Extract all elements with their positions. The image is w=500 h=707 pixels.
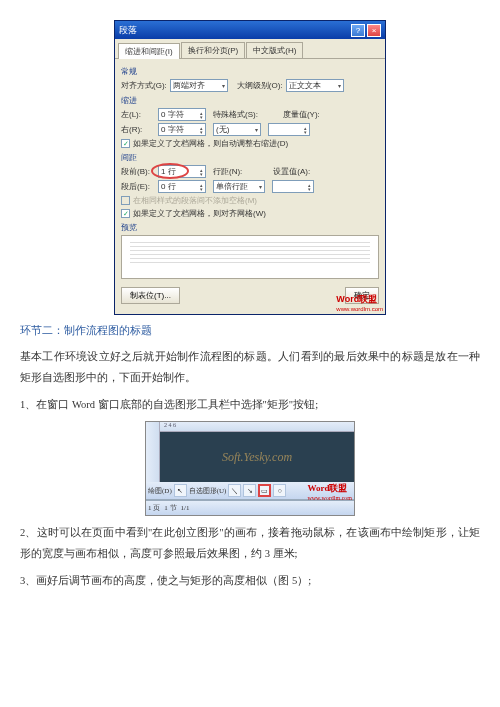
- paragraph: 基本工作环境设立好之后就开始制作流程图的标题。人们看到的最后效果中的标题是放在一…: [20, 346, 480, 388]
- soft-watermark: Soft.Yesky.com: [222, 450, 292, 465]
- chevron-down-icon: ▾: [222, 82, 225, 89]
- dialog-tabs: 缩进和间距(I) 换行和分页(P) 中文版式(H): [115, 39, 385, 59]
- snap-grid-label: 如果定义了文档网格，则对齐网格(W): [133, 208, 266, 219]
- paragraph-dialog: 段落 ? × 缩进和间距(I) 换行和分页(P) 中文版式(H) 常规 对齐方式…: [114, 20, 386, 315]
- snap-grid-checkbox[interactable]: ✓: [121, 209, 130, 218]
- tab-line-page[interactable]: 换行和分页(P): [181, 42, 246, 58]
- spacing-val-label: 设置值(A):: [273, 166, 310, 177]
- dialog-titlebar: 段落 ? ×: [115, 21, 385, 39]
- indent-right-spinner[interactable]: 0 字符▴▾: [158, 123, 206, 136]
- line-icon[interactable]: ＼: [228, 484, 241, 497]
- special-val-spinner[interactable]: ▴▾: [268, 123, 310, 136]
- after-label: 段后(E):: [121, 181, 155, 192]
- special-val-label: 度量值(Y):: [283, 109, 320, 120]
- section-indent: 缩进: [121, 95, 379, 106]
- arrow-icon[interactable]: ↘: [243, 484, 256, 497]
- special-combo[interactable]: (无)▾: [213, 123, 261, 136]
- paragraph: 1、在窗口 Word 窗口底部的自选图形工具栏中选择"矩形"按钮;: [20, 394, 480, 415]
- spacing-after-spinner[interactable]: 0 行▴▾: [158, 180, 206, 193]
- status-pageof: 1/1: [181, 504, 190, 512]
- pointer-icon[interactable]: ↖: [174, 484, 187, 497]
- autoshapes-menu[interactable]: 自选图形(U): [189, 486, 227, 496]
- tab-asian[interactable]: 中文版式(H): [246, 42, 303, 58]
- line-spacing-combo[interactable]: 单倍行距▾: [213, 180, 265, 193]
- status-section: 1 节: [164, 503, 176, 513]
- canvas-area: Soft.Yesky.com: [160, 432, 354, 482]
- oval-icon[interactable]: ○: [273, 484, 286, 497]
- alignment-label: 对齐方式(G):: [121, 80, 167, 91]
- tabstop-button[interactable]: 制表位(T)...: [121, 287, 180, 304]
- outline-label: 大纲级别(O):: [237, 80, 283, 91]
- section-preview: 预览: [121, 222, 379, 233]
- chevron-down-icon: ▾: [255, 126, 258, 133]
- tab-indent-spacing[interactable]: 缩进和间距(I): [118, 43, 180, 59]
- line-spacing-label: 行距(N):: [213, 166, 242, 177]
- dialog-body: 常规 对齐方式(G): 两端对齐▾ 大纲级别(O): 正文文本▾ 缩进 左(L)…: [115, 59, 385, 314]
- chevron-down-icon: ▾: [259, 183, 262, 190]
- horizontal-ruler: 2 4 6: [160, 422, 354, 432]
- paragraph: 3、画好后调节画布的高度，使之与矩形的高度相似（图 5）;: [20, 570, 480, 591]
- paragraph: 2、这时可以在页面中看到"在此创立图形"的画布，接着拖动鼠标，在该画布中绘制矩形…: [20, 522, 480, 564]
- indent-left-spinner[interactable]: 0 字符▴▾: [158, 108, 206, 121]
- spacing-before-spinner[interactable]: 1 行▴▾: [158, 165, 206, 178]
- help-button[interactable]: ?: [351, 24, 365, 37]
- no-space-label: 在相同样式的段落间不添加空格(M): [133, 195, 257, 206]
- watermark: Word联盟 www.wordlm.com: [336, 293, 383, 312]
- section-spacing: 间距: [121, 152, 379, 163]
- no-space-checkbox: [121, 196, 130, 205]
- dialog-title: 段落: [119, 24, 349, 37]
- mirror-indent-checkbox[interactable]: ✓: [121, 139, 130, 148]
- watermark: Word联盟 www.wordlm.com: [307, 482, 352, 501]
- close-button[interactable]: ×: [367, 24, 381, 37]
- alignment-combo[interactable]: 两端对齐▾: [170, 79, 228, 92]
- status-bar: 1 页 1 节 1/1: [146, 500, 354, 515]
- rectangle-tool[interactable]: ▭: [258, 484, 271, 497]
- section-general: 常规: [121, 66, 379, 77]
- status-page: 1 页: [148, 503, 160, 513]
- outline-combo[interactable]: 正文文本▾: [286, 79, 344, 92]
- draw-menu[interactable]: 绘图(D): [148, 486, 172, 496]
- section-heading: 环节二：制作流程图的标题: [20, 323, 480, 338]
- vertical-ruler: [146, 422, 160, 482]
- right-label: 右(R):: [121, 124, 155, 135]
- word-window-screenshot: 2 4 6 Soft.Yesky.com 绘图(D) ↖ 自选图形(U) ＼ ↘…: [145, 421, 355, 516]
- before-label: 段前(B):: [121, 166, 155, 177]
- preview-box: [121, 235, 379, 279]
- spacing-val-spinner[interactable]: ▴▾: [272, 180, 314, 193]
- special-label: 特殊格式(S):: [213, 109, 258, 120]
- left-label: 左(L):: [121, 109, 155, 120]
- mirror-indent-label: 如果定义了文档网格，则自动调整右缩进(D): [133, 138, 288, 149]
- chevron-down-icon: ▾: [338, 82, 341, 89]
